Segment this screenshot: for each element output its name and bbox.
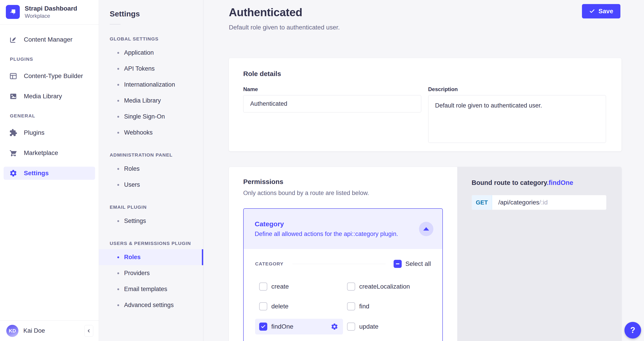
sidebar-item-plugins[interactable]: Plugins: [4, 126, 95, 139]
subnav-item-application[interactable]: Application: [99, 45, 203, 61]
subnav-section-administration-panel: ADMINISTRATION PANEL Roles Users: [99, 152, 203, 193]
subnav-item-admin-roles[interactable]: Roles: [99, 161, 203, 177]
subnav-item-single-sign-on[interactable]: Single Sign-On: [99, 109, 203, 125]
sidebar-item-media-library[interactable]: Media Library: [4, 90, 95, 103]
sidebar-item-label: Marketplace: [24, 149, 58, 157]
checkbox-createLocalization[interactable]: [347, 282, 355, 291]
bullet-icon: [117, 168, 119, 170]
sidebar-item-content-manager[interactable]: Content Manager: [4, 33, 95, 46]
gear-icon: [9, 169, 18, 177]
user-name: Kai Doe: [24, 327, 45, 334]
main-content: Authenticated Default role given to auth…: [204, 0, 644, 341]
bound-route-action: .findOne: [547, 179, 574, 186]
sidebar-item-label: Settings: [24, 170, 48, 177]
permission-delete[interactable]: delete: [255, 299, 343, 314]
collapse-sidebar-button[interactable]: [84, 325, 93, 337]
bullet-icon: [117, 220, 119, 222]
checkbox-create[interactable]: [259, 282, 267, 291]
subnav-section-label: EMAIL PLUGIN: [99, 204, 203, 210]
category-group-label: CATEGORY: [255, 261, 284, 266]
subnav-item-admin-users[interactable]: Users: [99, 177, 203, 193]
subnav-item-email-settings[interactable]: Settings: [99, 213, 203, 229]
role-details-card: Role details Name Description Default ro…: [229, 58, 622, 151]
content-manager-icon: [9, 35, 18, 44]
sidebar-item-label: Plugins: [24, 129, 44, 136]
strapi-logo-icon: [6, 5, 20, 19]
sidebar-footer: KD Kai Doe: [0, 320, 99, 341]
name-field[interactable]: [243, 95, 421, 113]
page-header: Authenticated Default role given to auth…: [229, 0, 622, 31]
chevron-up-icon: [423, 227, 429, 231]
checkbox-delete[interactable]: [259, 302, 267, 310]
permissions-card: Permissions Only actions bound by a rout…: [229, 167, 457, 341]
subnav-item-up-roles[interactable]: Roles: [99, 249, 203, 265]
checkbox-find[interactable]: [347, 302, 355, 310]
subnav-item-up-advanced-settings[interactable]: Advanced settings: [99, 297, 203, 313]
content-type-builder-icon: [9, 72, 18, 80]
permission-settings-gear-icon[interactable]: [330, 322, 339, 331]
bullet-icon: [117, 272, 119, 274]
subnav-item-media-library[interactable]: Media Library: [99, 93, 203, 109]
checkbox-update[interactable]: [347, 322, 355, 331]
subnav-section-email-plugin: EMAIL PLUGIN Settings: [99, 204, 203, 229]
permission-find[interactable]: find: [343, 299, 431, 314]
permissions-section: Permissions Only actions bound by a rout…: [229, 167, 622, 341]
subnav-item-internationalization[interactable]: Internationalization: [99, 77, 203, 93]
accordion-title: Category: [255, 220, 419, 228]
bound-route-panel: Bound route to category.findOne GET /api…: [457, 167, 622, 341]
sidebar-item-label: Content-Type Builder: [24, 73, 83, 80]
select-all-checkbox[interactable]: [394, 260, 402, 268]
subnav-section-users-permissions: USERS & PERMISSIONS PLUGIN Roles Provide…: [99, 241, 203, 313]
save-button[interactable]: Save: [582, 4, 620, 19]
subnav-title-divider: [110, 24, 120, 25]
accordion-description: Define all allowed actions for the api::…: [255, 231, 419, 237]
subnav-section-global-settings: GLOBAL SETTINGS Application API Tokens I…: [99, 36, 203, 141]
subnav-item-up-email-templates[interactable]: Email templates: [99, 281, 203, 297]
subnav-section-label: GLOBAL SETTINGS: [99, 36, 203, 42]
sidebar-item-settings[interactable]: Settings: [4, 167, 95, 180]
sidebar-item-label: Content Manager: [24, 36, 72, 43]
brand-title: Strapi Dashboard: [25, 5, 77, 12]
permission-create[interactable]: create: [255, 279, 343, 294]
subnav-item-up-providers[interactable]: Providers: [99, 265, 203, 281]
bullet-icon: [117, 256, 119, 258]
subnav-section-label: USERS & PERMISSIONS PLUGIN: [99, 241, 203, 246]
permission-update[interactable]: update: [343, 319, 431, 334]
description-label: Description: [428, 86, 606, 93]
media-library-icon: [9, 92, 18, 101]
cart-icon: [9, 149, 18, 157]
bullet-icon: [117, 84, 119, 86]
category-accordion-header[interactable]: Category Define all allowed actions for …: [244, 209, 442, 249]
avatar[interactable]: KD: [6, 325, 18, 337]
bullet-icon: [117, 184, 119, 186]
category-accordion: Category Define all allowed actions for …: [243, 208, 443, 341]
page-subtitle: Default role given to authenticated user…: [229, 24, 622, 31]
permission-findOne[interactable]: findOne: [255, 319, 343, 334]
description-field[interactable]: Default role given to authenticated user…: [428, 95, 606, 143]
permission-createLocalization[interactable]: createLocalization: [343, 279, 431, 294]
route-path: /api/categories/:id: [492, 195, 548, 210]
check-icon: [589, 8, 595, 14]
select-all-control[interactable]: Select all: [394, 260, 431, 268]
bullet-icon: [117, 304, 119, 306]
sidebar-item-content-type-builder[interactable]: Content-Type Builder: [4, 70, 95, 83]
subnav-item-webhooks[interactable]: Webhooks: [99, 125, 203, 141]
brand[interactable]: Strapi Dashboard Workplace: [0, 0, 99, 24]
brand-subtitle: Workplace: [25, 12, 77, 19]
group-divider: [292, 264, 386, 264]
subnav-section-label: ADMINISTRATION PANEL: [99, 152, 203, 158]
role-details-heading: Role details: [243, 70, 606, 78]
bullet-icon: [117, 132, 119, 134]
route-box: GET /api/categories/:id: [472, 195, 606, 210]
route-param: /:id: [539, 199, 548, 206]
subnav-title: Settings: [99, 10, 203, 18]
help-button[interactable]: ?: [624, 322, 641, 338]
bullet-icon: [117, 288, 119, 290]
subnav-item-api-tokens[interactable]: API Tokens: [99, 61, 203, 77]
checkbox-findOne[interactable]: [259, 322, 267, 331]
nav-section-plugins: PLUGINS: [10, 57, 95, 62]
sidebar-item-marketplace[interactable]: Marketplace: [4, 146, 95, 159]
bullet-icon: [117, 52, 119, 54]
collapse-accordion-button[interactable]: [419, 222, 434, 236]
permissions-heading: Permissions: [243, 178, 443, 186]
